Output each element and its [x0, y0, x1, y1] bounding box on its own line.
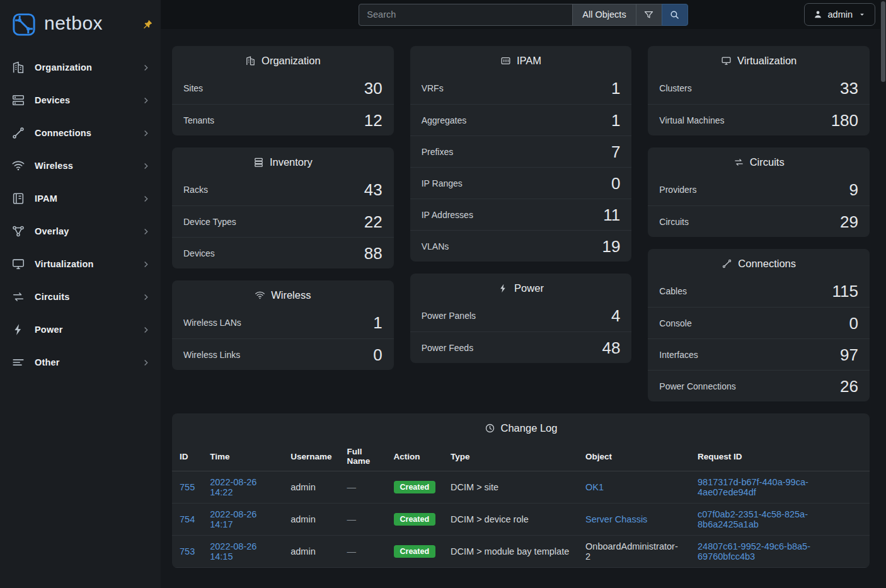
table-header-row: ID Time Username Full Name Action Type O… — [172, 442, 870, 471]
sidebar-item-overlay[interactable]: Overlay — [0, 215, 161, 248]
card-header: Connections — [648, 249, 870, 275]
sidebar-item-devices[interactable]: Devices — [0, 84, 161, 117]
stat-value-link[interactable]: 180 — [831, 112, 858, 129]
changelog-id-link[interactable]: 754 — [180, 514, 195, 524]
changelog-time-link[interactable]: 2022-08-26 14:15 — [210, 541, 256, 562]
stat-row: Devices 88 — [172, 237, 394, 268]
column-header: Action — [386, 442, 444, 471]
stat-row: VLANs 19 — [410, 230, 632, 262]
card-title: Change Log — [501, 422, 558, 434]
virtualization-card: Virtualization Clusters 33 Virtual Machi… — [648, 46, 870, 135]
chevron-right-icon — [141, 96, 151, 105]
stat-value-link[interactable]: 19 — [602, 238, 620, 255]
stat-value-link[interactable]: 1 — [611, 112, 620, 129]
stat-value-link[interactable]: 29 — [840, 214, 858, 230]
stat-row: Cables 115 — [648, 275, 870, 307]
stat-value-link[interactable]: 43 — [364, 182, 383, 198]
stat-row: Aggregates 1 — [410, 104, 632, 135]
sidebar-item-label: Virtualization — [35, 259, 132, 269]
stat-value-link[interactable]: 0 — [373, 347, 382, 363]
stat-value-link[interactable]: 115 — [832, 283, 858, 299]
stat-value-link[interactable]: 4 — [611, 308, 620, 324]
wifi-icon — [255, 290, 265, 301]
stat-value-link[interactable]: 7 — [611, 144, 620, 160]
chevron-right-icon — [141, 63, 151, 72]
filter-button[interactable] — [636, 4, 662, 26]
status-badge: Created — [394, 513, 436, 526]
scrollbar-thumb[interactable] — [881, 1, 885, 82]
sidebar-item-other[interactable]: Other — [0, 346, 161, 379]
wireless-icon — [11, 159, 25, 173]
sidebar-item-power[interactable]: Power — [0, 313, 161, 346]
changelog-object-link[interactable]: Server Chassis — [585, 514, 647, 524]
stat-value-link[interactable]: 1 — [373, 314, 382, 331]
building-icon — [245, 55, 256, 66]
changelog-fullname: — — [347, 514, 357, 524]
changelog-time-link[interactable]: 2022-08-26 14:22 — [210, 477, 256, 497]
stat-row: Prefixes 7 — [410, 135, 632, 167]
stat-value-link[interactable]: 33 — [840, 80, 858, 96]
sidebar-item-label: Power — [35, 325, 132, 335]
column-header: Object — [578, 442, 690, 471]
changelog-request-id-link[interactable]: 9817317d-b67f-440a-99ca-4ae07ede94df — [698, 477, 808, 497]
stat-row: Power Feeds 48 — [410, 331, 632, 363]
column-header: Request ID — [690, 442, 870, 471]
changelog-id-link[interactable]: 755 — [180, 482, 195, 492]
user-menu-button[interactable]: admin — [804, 3, 876, 26]
dashboard: Organization Sites 30 Tenants 12 — [161, 29, 886, 588]
changelog-object-link[interactable]: OK1 — [585, 482, 604, 492]
changelog-request-id-link[interactable]: c07f0ab2-2351-4c58-825a-8b6a2425a1ab — [698, 509, 808, 529]
sidebar-item-virtualization[interactable]: Virtualization — [0, 248, 161, 280]
sidebar-item-label: Connections — [35, 128, 132, 138]
stat-value-link[interactable]: 1 — [611, 80, 620, 96]
changelog-fullname: — — [347, 546, 357, 556]
chevron-right-icon — [141, 129, 151, 138]
stat-value-link[interactable]: 97 — [840, 347, 858, 363]
inventory-card: Inventory Racks 43 Device Types 22 Devic… — [172, 147, 394, 268]
history-icon — [485, 423, 495, 434]
search-submit-button[interactable] — [662, 4, 688, 26]
virtualization-icon — [11, 257, 25, 271]
caret-down-icon — [858, 10, 866, 19]
sidebar-item-wireless[interactable]: Wireless — [0, 149, 161, 182]
sidebar-item-ipam[interactable]: IPAM — [0, 182, 161, 215]
sidebar-item-circuits[interactable]: Circuits — [0, 280, 161, 313]
sidebar-item-organization[interactable]: Organization — [0, 51, 161, 84]
sidebar-item-label: Devices — [35, 95, 132, 105]
stat-value-link[interactable]: 0 — [611, 175, 620, 192]
stat-row: Wireless Links 0 — [172, 338, 394, 370]
card-title: IPAM — [517, 55, 541, 67]
stat-row: Clusters 33 — [648, 72, 870, 104]
table-row: 753 2022-08-26 14:15 admin — Created DCI… — [172, 536, 870, 568]
search-scope-button[interactable]: All Objects — [572, 4, 636, 26]
chevron-right-icon — [141, 194, 151, 204]
stat-value-link[interactable]: 88 — [364, 245, 383, 262]
stat-value-link[interactable]: 11 — [603, 207, 620, 223]
changelog-time-link[interactable]: 2022-08-26 14:17 — [210, 509, 256, 529]
card-header: Wireless — [172, 280, 394, 307]
stat-value-link[interactable]: 26 — [840, 378, 858, 395]
column-header: Time — [202, 442, 283, 471]
changelog-card: Change Log ID Time Username Full Name Ac… — [172, 413, 870, 568]
search-input[interactable] — [359, 4, 573, 26]
column-header: Type — [443, 442, 578, 471]
connections-card: Connections Cables 115 Console 0 Interfa… — [648, 249, 870, 401]
brand[interactable]: netbox — [0, 0, 161, 49]
stat-value-link[interactable]: 22 — [364, 214, 383, 230]
pin-sidebar-icon[interactable] — [142, 19, 153, 30]
stat-value-link[interactable]: 0 — [849, 315, 858, 331]
stat-value-link[interactable]: 12 — [364, 112, 383, 129]
changelog-type: DCIM > module bay template — [451, 546, 569, 556]
stat-value-link[interactable]: 9 — [849, 182, 858, 198]
other-icon — [11, 355, 25, 369]
user-icon — [813, 9, 823, 20]
sidebar-item-label: IPAM — [35, 193, 132, 204]
stat-row: Device Types 22 — [172, 205, 394, 237]
changelog-request-id-link[interactable]: 24807c61-9952-49c6-b8a5-69760bfcc4b3 — [698, 541, 810, 562]
sidebar-item-label: Organization — [35, 62, 132, 72]
page-scrollbar[interactable] — [880, 0, 886, 588]
stat-value-link[interactable]: 30 — [364, 80, 383, 96]
changelog-id-link[interactable]: 753 — [180, 546, 195, 556]
stat-value-link[interactable]: 48 — [602, 340, 620, 356]
sidebar-item-connections[interactable]: Connections — [0, 117, 161, 149]
